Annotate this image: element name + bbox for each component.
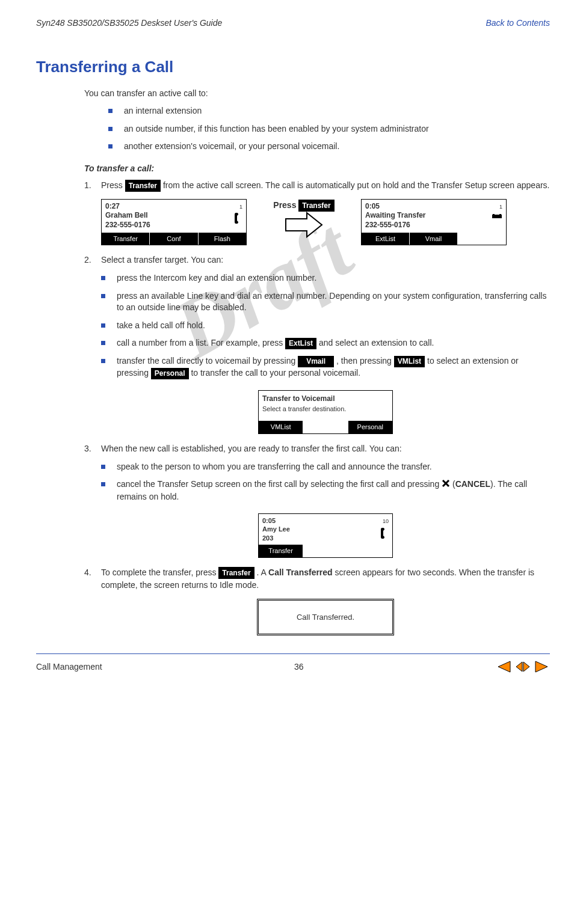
page-number: 36 <box>294 662 304 672</box>
list-item: cancel the Transfer Setup screen on the … <box>101 479 550 503</box>
step-number: 2. <box>84 254 91 266</box>
hold-icon <box>492 212 502 219</box>
svg-marker-7 <box>523 662 529 672</box>
doc-title: Syn248 SB35020/SB35025 Deskset User's Gu… <box>36 18 222 28</box>
vmail-softkey-label: Vmail <box>298 356 334 367</box>
nav-next-icon[interactable] <box>534 660 550 673</box>
step-1: 1. Press Transfer from the active call s… <box>84 179 550 245</box>
procedure-heading: To transfer a call: <box>84 164 550 173</box>
svg-marker-5 <box>498 661 510 672</box>
personal-softkey-label: Personal <box>151 368 189 379</box>
list-item: press the Intercom key and dial an exten… <box>101 272 550 284</box>
lcd-title: Transfer to Voicemail <box>262 393 389 404</box>
lcd-time: 0:27 <box>105 202 150 212</box>
lcd-caller-name: Graham Bell <box>105 211 150 221</box>
intro-bullet-list: an internal extension an outside number,… <box>108 105 550 153</box>
step-2: 2. Select a transfer target. You can: pr… <box>84 254 550 434</box>
list-item: call a number from a list. For example, … <box>101 337 550 349</box>
step-number: 3. <box>84 442 91 455</box>
softkey-blank <box>303 421 348 433</box>
svg-marker-8 <box>535 661 547 672</box>
lcd-time: 0:05 <box>262 516 290 525</box>
lcd-line-indicator: 1 <box>239 203 242 212</box>
extlist-softkey-label: ExtList <box>285 338 316 349</box>
softkey-flash: Flash <box>199 233 246 245</box>
intro-text: You can transfer an active call to: <box>84 88 550 98</box>
list-item: transfer the call directly to voicemail … <box>101 355 550 379</box>
softkey-blank <box>348 545 392 557</box>
page-header: Syn248 SB35020/SB35025 Deskset User's Gu… <box>36 18 550 28</box>
cancel-label: CANCEL <box>455 479 490 489</box>
transfer-softkey-label: Transfer <box>298 200 334 212</box>
svg-marker-6 <box>516 662 522 672</box>
vmlist-softkey-label: VMList <box>394 356 425 367</box>
section-heading: Transferring a Call <box>36 58 550 76</box>
list-item: speak to the person to whom you are tran… <box>101 461 550 473</box>
step-text: . A <box>257 568 268 577</box>
list-text: to transfer the call to your personal vo… <box>191 368 360 378</box>
back-to-contents-link[interactable]: Back to Contents <box>486 18 550 28</box>
step-text: When the new call is established, you ar… <box>101 444 402 453</box>
lcd-line-indicator: 1 <box>499 203 502 212</box>
arrow-right-icon <box>283 212 325 238</box>
softkey-personal: Personal <box>348 421 392 433</box>
step-text: from the active call screen. The call is… <box>163 180 550 190</box>
list-item: press an available Line key and dial an … <box>101 290 550 314</box>
softkey-transfer: Transfer <box>259 545 303 557</box>
step-text: Select a transfer target. You can: <box>101 255 223 265</box>
list-text: , then pressing <box>336 356 394 366</box>
lcd-status: Awaiting Transfer <box>365 211 425 221</box>
lcd-awaiting-transfer: 0:05 Awaiting Transfer 232-555-0176 1 Ex… <box>361 199 507 245</box>
lcd-caller-number: 232-555-0176 <box>365 221 425 230</box>
lcd-caller-name: Amy Lee <box>262 525 290 533</box>
softkey-blank <box>303 545 348 557</box>
list-item: an outside number, if this function has … <box>108 123 550 135</box>
handset-icon <box>234 212 242 224</box>
softkey-extlist: ExtList <box>362 233 410 245</box>
softkey-transfer: Transfer <box>102 233 150 245</box>
list-text: call a number from a list. For example, … <box>117 338 285 347</box>
softkey-blank <box>458 233 506 245</box>
call-transferred-label: Call Transferred <box>268 568 333 577</box>
press-label: Press <box>273 200 298 210</box>
list-text: and select an extension to call. <box>319 338 434 347</box>
list-item: an internal extension <box>108 105 550 117</box>
step-number: 4. <box>84 566 91 579</box>
list-item: take a held call off hold. <box>101 320 550 332</box>
list-text: cancel the Transfer Setup screen on the … <box>117 479 442 489</box>
svg-rect-2 <box>499 214 501 215</box>
lcd-caller-number: 232-555-0176 <box>105 221 150 230</box>
lcd-subtitle: Select a transfer destination. <box>262 404 389 414</box>
softkey-vmail: Vmail <box>410 233 458 245</box>
footer-section: Call Management <box>36 662 102 672</box>
lcd-time: 0:05 <box>365 202 425 212</box>
step-4: 4. To complete the transfer, press Trans… <box>84 566 550 636</box>
softkey-conf: Conf <box>150 233 198 245</box>
softkey-vmlist: VMList <box>259 421 303 433</box>
step-text: Press <box>101 180 125 190</box>
list-item: another extension's voicemail, or your p… <box>108 141 550 153</box>
lcd-call-transferred: Call Transferred. <box>257 599 394 636</box>
page-footer: Call Management 36 <box>36 653 550 673</box>
list-text: transfer the call directly to voicemail … <box>117 356 298 366</box>
step-number: 1. <box>84 179 91 192</box>
transfer-softkey-label: Transfer <box>125 180 161 192</box>
lcd-line-indicator: 10 <box>383 518 389 526</box>
svg-rect-1 <box>493 214 495 215</box>
lcd-transfer-voicemail: Transfer to Voicemail Select a transfer … <box>258 390 393 434</box>
nav-prev-icon[interactable] <box>496 660 511 673</box>
cancel-x-icon <box>442 479 450 491</box>
handset-icon <box>380 527 389 539</box>
lcd-new-call: 0:05 Amy Lee 203 10 Transfer <box>258 513 393 557</box>
lcd-extension: 203 <box>262 534 290 542</box>
step-text: To complete the transfer, press <box>101 568 218 577</box>
press-transfer-arrow: Press Transfer <box>259 199 349 242</box>
transfer-softkey-label: Transfer <box>218 567 254 579</box>
lcd-active-call: 0:27 Graham Bell 232-555-0176 1 Transfer… <box>101 199 247 245</box>
step-3: 3. When the new call is established, you… <box>84 442 550 558</box>
nav-updown-icon[interactable] <box>515 660 531 673</box>
